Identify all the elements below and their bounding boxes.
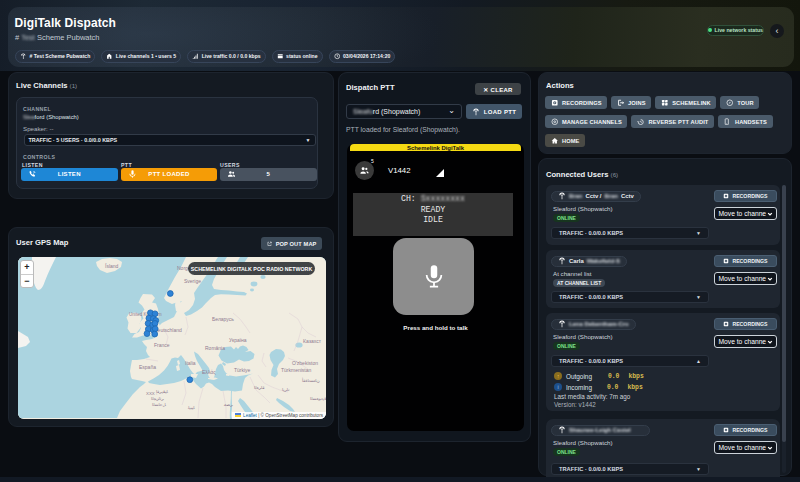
svg-text:Ísland: Ísland: [105, 263, 119, 269]
svg-text:Sverige: Sverige: [184, 278, 201, 284]
svg-text:Türkiye: Türkiye: [234, 367, 251, 373]
svg-text:نﺎﺘﺴﻧﺎﻐﻓأ: نﺎﺘﺴﻧﺎﻐﻓأ: [302, 377, 320, 383]
svg-text:Беларусь: Беларусь: [212, 316, 234, 322]
svg-text:Türkmenistan: Türkmenistan: [281, 367, 312, 373]
svg-text:ﻞﺣﺎﺴﻟا: ﻞﺣﺎﺴﻟا: [152, 402, 167, 407]
svg-text:ناﺮﻳا: ناﺮﻳا: [282, 387, 289, 392]
svg-text:قاﺮﻌﻟا: قاﺮﻌﻟا: [254, 385, 265, 390]
svg-text:ﺔﻳدﻮﻌﺴﻟا: ﺔﻳدﻮﻌﺴﻟا: [310, 396, 326, 401]
svg-text:România: România: [205, 345, 225, 351]
svg-text:Казахст: Казахст: [303, 338, 322, 344]
svg-text:ﺎﻴﺒﻴﻟ: ﺎﻴﺒﻴﻟ: [187, 405, 195, 410]
svg-text:ﺮﺋاﺰﺠﻟا: ﺮﺋاﺰﺠﻟا: [151, 396, 164, 401]
svg-text:Ελλάς: Ελλάς: [202, 369, 216, 375]
svg-text:France: France: [154, 342, 170, 348]
svg-text:O'zbekiston: O'zbekiston: [292, 360, 318, 366]
svg-text:Italia: Italia: [185, 360, 196, 366]
svg-text:España: España: [139, 364, 156, 370]
svg-text:ﺮﺼﻣ: ﺮﺼﻣ: [223, 402, 233, 407]
svg-text:Україна: Україна: [229, 337, 247, 343]
